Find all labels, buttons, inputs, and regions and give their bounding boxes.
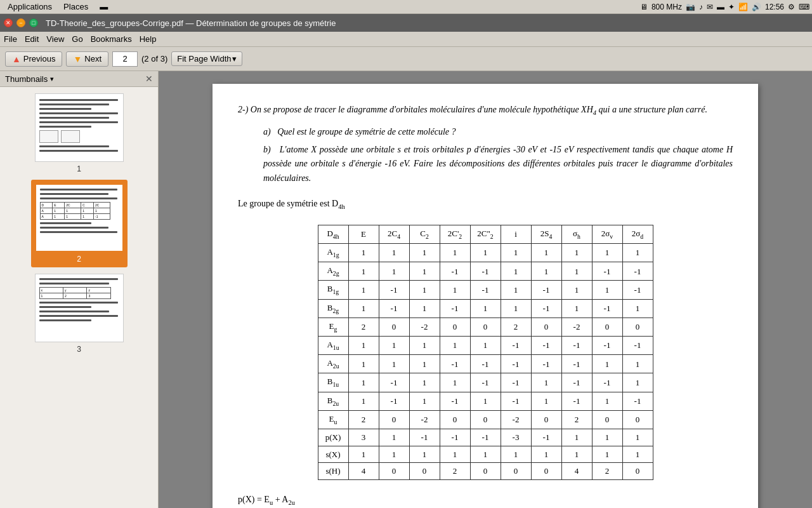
table-row: B2u1-11-11-11-11-1 bbox=[318, 392, 653, 410]
question-b: b) L'atome X possède une orbitale s et t… bbox=[263, 143, 733, 185]
sidebar-header-left: Thumbnails ▾ bbox=[5, 74, 54, 84]
col-header-e: E bbox=[348, 225, 379, 243]
terminal-icon[interactable]: ▬ bbox=[95, 1, 113, 13]
prev-arrow-icon: ▲ bbox=[12, 54, 21, 64]
pdf-viewer-area[interactable]: 2-) On se propose de tracer le diagramme… bbox=[159, 71, 812, 508]
question-a: a) Quel est le groupe de symétrie de cet… bbox=[263, 125, 733, 139]
sidebar: Thumbnails ▾ ✕ bbox=[0, 71, 159, 508]
dropdown-arrow-icon: ▾ bbox=[232, 54, 237, 64]
decomp-1: p(X) = Eu + A2u bbox=[238, 493, 733, 508]
table-row: A1g1111111111 bbox=[318, 243, 653, 262]
group-line: Le groupe de symétrie est D4h bbox=[238, 197, 733, 212]
next-button[interactable]: ▼ Next bbox=[66, 51, 108, 67]
screenshot-icon: 📷 bbox=[686, 3, 695, 11]
app-menu: File Edit View Go Bookmarks Help bbox=[0, 32, 812, 47]
table-row: p(X)31-1-1-1-3-1111 bbox=[318, 429, 653, 446]
thumb-label-3: 3 bbox=[77, 345, 81, 354]
menubar-left: Applications Places ▬ bbox=[3, 1, 113, 13]
col-header-2c4: 2C4 bbox=[379, 225, 409, 243]
menubar-right: 🖥 800 MHz 📷 ♪ ✉ ▬ ✦ 📶 🔊 12:56 ⚙ ⌨ bbox=[640, 3, 809, 11]
table-row: A2u111-1-1-1-1-111 bbox=[318, 355, 653, 373]
pdf-page: 2-) On se propose de tracer le diagramme… bbox=[213, 84, 758, 508]
window-title: TD-Theorie_des_groupes-Corrige.pdf — Dét… bbox=[46, 18, 336, 28]
col-header-2s4: 2S4 bbox=[531, 225, 561, 243]
intro-paragraph: 2-) On se propose de tracer le diagramme… bbox=[238, 103, 733, 119]
keyboard-icon: ⌨ bbox=[799, 3, 809, 11]
sidebar-close-icon[interactable]: ✕ bbox=[145, 74, 153, 84]
thumbnail-page-1[interactable]: 1 bbox=[35, 93, 124, 173]
col-header-d4h: D4h bbox=[318, 225, 348, 243]
main-area: Thumbnails ▾ ✕ bbox=[0, 71, 812, 508]
sidebar-dropdown-icon[interactable]: ▾ bbox=[50, 75, 54, 83]
volume-icon: 🔊 bbox=[752, 3, 761, 11]
thumbnail-page-2[interactable]: D E 2C C 2C A 1 1 1 1 bbox=[31, 180, 128, 267]
table-row: s(X)1111111111 bbox=[318, 446, 653, 463]
menu-edit[interactable]: Edit bbox=[25, 34, 39, 44]
table-row: Eu20-200-20200 bbox=[318, 410, 653, 429]
network-icon: 🖥 bbox=[640, 3, 648, 11]
battery-icon: ▬ bbox=[717, 3, 724, 11]
mail-icon: ✉ bbox=[707, 3, 713, 11]
col-header-2sd: 2σd bbox=[622, 225, 653, 243]
wifi-icon: 📶 bbox=[738, 3, 748, 11]
close-button[interactable]: ✕ bbox=[4, 18, 13, 27]
menu-file[interactable]: File bbox=[4, 34, 17, 44]
table-row: B1u1-111-1-11-1-11 bbox=[318, 373, 653, 392]
music-icon: ♪ bbox=[699, 3, 703, 11]
table-row: B1g1-111-11-111-1 bbox=[318, 281, 653, 299]
col-header-2cp2: 2C'2 bbox=[440, 225, 470, 243]
thumbnails-area: 1 D E 2C C 2C bbox=[0, 87, 158, 508]
minimize-button[interactable]: − bbox=[16, 18, 25, 27]
next-label: Next bbox=[84, 54, 102, 64]
col-header-i: i bbox=[501, 225, 531, 243]
thumb-frame-2: D E 2C C 2C A 1 1 1 1 bbox=[35, 184, 124, 252]
table-row: A2g111-1-1111-1-1 bbox=[318, 262, 653, 281]
menu-go[interactable]: Go bbox=[72, 34, 82, 44]
thumb-label-2: 2 bbox=[77, 255, 81, 264]
applications-menu[interactable]: Applications bbox=[3, 1, 57, 13]
sidebar-title: Thumbnails bbox=[5, 74, 48, 84]
next-arrow-icon: ▼ bbox=[73, 54, 82, 64]
thumb-label-1: 1 bbox=[77, 164, 81, 173]
fit-label: Fit Page Width bbox=[177, 54, 231, 64]
table-header-row: D4h E 2C4 C2 2C'2 2C"2 i 2S4 σh 2σv 2σd bbox=[318, 225, 653, 243]
table-row: s(H)4002000420 bbox=[318, 463, 653, 480]
prev-label: Previous bbox=[23, 54, 56, 64]
nav-toolbar: ▲ Previous ▼ Next (2 of 3) Fit Page Widt… bbox=[0, 47, 812, 71]
col-header-2cdp2: 2C"2 bbox=[470, 225, 501, 243]
page-number-input[interactable] bbox=[112, 51, 138, 67]
col-header-c2: C2 bbox=[409, 225, 440, 243]
symmetry-table: D4h E 2C4 C2 2C'2 2C"2 i 2S4 σh 2σv 2σd bbox=[318, 225, 653, 480]
col-header-sh: σh bbox=[561, 225, 592, 243]
table-row: B2g1-11-111-11-11 bbox=[318, 299, 653, 318]
clock: 12:56 bbox=[765, 3, 784, 11]
page-info: (2 of 3) bbox=[141, 54, 167, 64]
maximize-button[interactable]: □ bbox=[29, 18, 38, 27]
cpu-speed: 800 MHz bbox=[652, 3, 682, 11]
titlebar: ✕ − □ TD-Theorie_des_groupes-Corrige.pdf… bbox=[0, 14, 812, 32]
fit-dropdown[interactable]: Fit Page Width ▾ bbox=[171, 51, 242, 66]
bluetooth-icon: ✦ bbox=[728, 3, 735, 11]
menu-help[interactable]: Help bbox=[140, 34, 157, 44]
prev-button[interactable]: ▲ Previous bbox=[5, 51, 62, 67]
system-menubar: Applications Places ▬ 🖥 800 MHz 📷 ♪ ✉ ▬ … bbox=[0, 0, 812, 14]
places-menu[interactable]: Places bbox=[58, 1, 93, 13]
questions-block: a) Quel est le groupe de symétrie de cet… bbox=[238, 125, 733, 186]
table-row: Eg20-20020-200 bbox=[318, 318, 653, 336]
sidebar-header: Thumbnails ▾ ✕ bbox=[0, 71, 158, 87]
thumb-frame-3: x y z 1 2 3 bbox=[35, 274, 124, 342]
menu-view[interactable]: View bbox=[46, 34, 64, 44]
col-header-2sv: 2σv bbox=[592, 225, 622, 243]
settings-icon: ⚙ bbox=[788, 3, 795, 11]
thumbnail-page-3[interactable]: x y z 1 2 3 bbox=[35, 274, 124, 354]
thumb-frame-1 bbox=[35, 93, 124, 162]
menu-bookmarks[interactable]: Bookmarks bbox=[91, 34, 132, 44]
table-row: A1u11111-1-1-1-1-1 bbox=[318, 337, 653, 355]
